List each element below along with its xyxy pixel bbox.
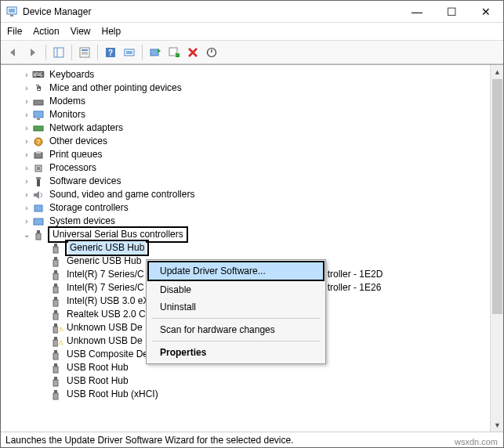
minimize-button[interactable]: — <box>400 1 434 23</box>
tree-item-software[interactable]: Software devices <box>1 175 490 188</box>
menu-action[interactable]: Action <box>33 26 59 37</box>
software-icon <box>32 175 45 188</box>
svg-rect-36 <box>54 270 57 273</box>
menu-view[interactable]: View <box>71 26 91 37</box>
svg-rect-39 <box>53 287 58 293</box>
tree-item-modems[interactable]: Modems <box>1 95 490 108</box>
tree-item-label: Print queues <box>48 148 103 161</box>
tree-item-label: Keyboards <box>48 68 96 81</box>
device-tree[interactable]: ⌨Keyboards 🖱Mice and other pointing devi… <box>1 65 490 432</box>
close-button[interactable]: ✕ <box>469 1 503 23</box>
scroll-thumb[interactable] <box>492 79 502 314</box>
cpu-icon <box>32 162 45 175</box>
status-bar: Launches the Update Driver Software Wiza… <box>1 432 503 447</box>
expand-icon[interactable] <box>21 161 32 175</box>
forward-button[interactable] <box>24 44 42 61</box>
help-button[interactable]: ? <box>102 44 119 61</box>
expand-icon[interactable] <box>21 175 32 188</box>
collapse-icon[interactable] <box>21 228 32 241</box>
menu-help[interactable]: Help <box>102 26 121 37</box>
svg-rect-22 <box>34 153 42 158</box>
svg-rect-47 <box>53 340 58 346</box>
tree-item-keyboards[interactable]: ⌨Keyboards <box>1 68 490 81</box>
device-manager-window: Device Manager — ☐ ✕ File Action View He… <box>0 0 504 448</box>
scroll-up-button[interactable]: ▲ <box>491 65 503 78</box>
ctx-disable[interactable]: Disable <box>149 281 323 298</box>
expand-icon[interactable] <box>21 68 32 81</box>
toolbar-separator <box>142 45 143 60</box>
tree-item-label: Generic USB Hub <box>68 241 146 255</box>
svg-rect-38 <box>54 284 57 287</box>
tree-item-other[interactable]: ?Other devices <box>1 135 490 148</box>
tree-item-sound[interactable]: Sound, video and game controllers <box>1 188 490 201</box>
svg-rect-49 <box>53 353 58 359</box>
usb-device-warning-icon <box>49 322 62 334</box>
menu-file[interactable]: File <box>7 26 22 37</box>
tree-item-processors[interactable]: Processors <box>1 161 490 175</box>
svg-rect-44 <box>54 323 57 327</box>
svg-rect-50 <box>54 363 57 367</box>
printer-icon <box>32 149 45 161</box>
tree-item-roothub2[interactable]: USB Root Hub <box>1 374 490 388</box>
svg-rect-42 <box>54 310 57 313</box>
svg-rect-2 <box>10 15 13 16</box>
usb-device-icon <box>49 388 62 401</box>
usb-device-icon <box>49 282 62 294</box>
tree-item-label: Sound, video and game controllers <box>48 188 196 201</box>
titlebar: Device Manager — ☐ ✕ <box>1 1 503 23</box>
svg-rect-41 <box>53 300 58 306</box>
network-icon <box>32 122 45 135</box>
tree-item-label: Intel(R) 7 Series/C <box>65 281 146 294</box>
tree-item-label: Unknown USB De <box>65 321 144 334</box>
expand-icon[interactable] <box>21 81 32 95</box>
ctx-uninstall[interactable]: Uninstall <box>149 298 323 316</box>
tree-item-label: Network adapters <box>48 121 125 135</box>
expand-icon[interactable] <box>21 215 32 228</box>
tree-item-network[interactable]: Network adapters <box>1 121 490 135</box>
tree-item-label: USB Root Hub <box>65 374 130 388</box>
install-legacy-button[interactable] <box>165 44 183 61</box>
svg-rect-45 <box>53 327 58 333</box>
maximize-button[interactable]: ☐ <box>434 1 469 23</box>
expand-icon[interactable] <box>21 188 32 201</box>
back-button[interactable] <box>5 44 23 61</box>
tree-item-roothubx[interactable]: USB Root Hub (xHCI) <box>1 388 490 401</box>
tree-item-label: Monitors <box>48 108 87 121</box>
tree-item-printqueues[interactable]: Print queues <box>1 148 490 161</box>
properties-button[interactable] <box>76 44 93 61</box>
svg-rect-16 <box>34 100 43 105</box>
svg-rect-13 <box>150 49 158 56</box>
tree-item-monitors[interactable]: Monitors <box>1 108 490 121</box>
svg-rect-54 <box>54 390 57 393</box>
uninstall-button[interactable] <box>184 44 201 61</box>
show-hide-tree-button[interactable] <box>50 44 67 61</box>
svg-rect-19 <box>34 126 43 131</box>
disable-button[interactable] <box>203 44 220 61</box>
scroll-down-button[interactable]: ▼ <box>491 418 503 432</box>
tree-item-mice[interactable]: 🖱Mice and other pointing devices <box>1 81 490 95</box>
ctx-scan[interactable]: Scan for hardware changes <box>149 321 323 338</box>
expand-icon[interactable] <box>21 135 32 148</box>
svg-rect-29 <box>34 219 43 225</box>
scan-hardware-button[interactable] <box>121 44 138 61</box>
expand-icon[interactable] <box>21 201 32 215</box>
svg-rect-55 <box>53 393 58 399</box>
ctx-properties[interactable]: Properties <box>149 344 323 361</box>
tree-item-generic-usb-hub-selected[interactable]: Generic USB Hub <box>1 241 490 255</box>
tree-item-label: Software devices <box>48 175 122 188</box>
vertical-scrollbar[interactable]: ▲ ▼ <box>490 65 503 432</box>
tree-item-label: Intel(R) USB 3.0 eX <box>65 294 150 308</box>
svg-rect-12 <box>126 51 132 54</box>
expand-icon[interactable] <box>21 108 32 121</box>
keyboard-icon: ⌨ <box>32 69 45 81</box>
ctx-separator <box>152 318 320 319</box>
update-driver-button[interactable] <box>147 44 164 61</box>
expand-icon[interactable] <box>21 121 32 135</box>
usb-device-icon <box>49 349 62 361</box>
expand-icon[interactable] <box>21 148 32 161</box>
tree-item-storage[interactable]: Storage controllers <box>1 201 490 215</box>
ctx-update-driver[interactable]: Update Driver Software... <box>147 261 325 281</box>
svg-rect-18 <box>37 118 40 120</box>
expand-icon[interactable] <box>21 95 32 108</box>
svg-rect-23 <box>36 151 41 154</box>
